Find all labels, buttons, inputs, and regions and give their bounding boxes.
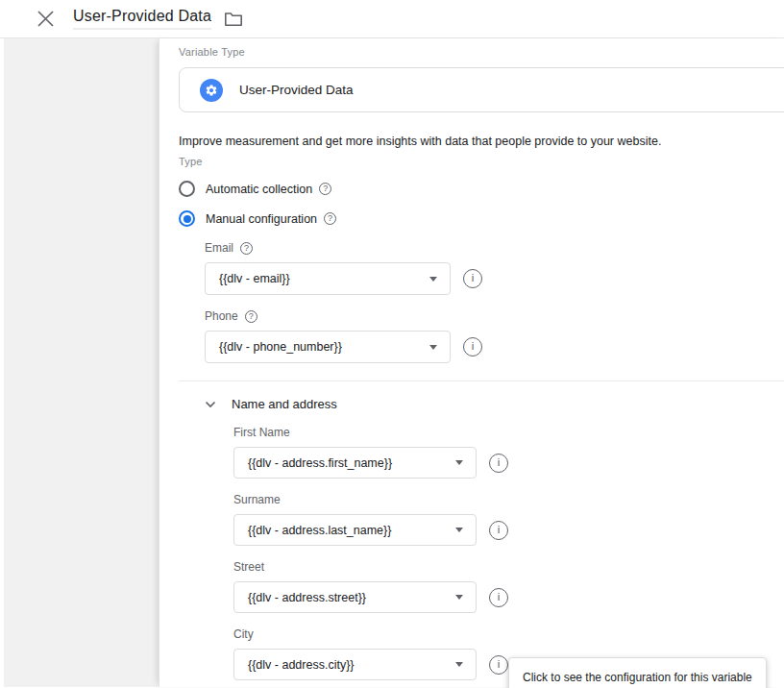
info-icon[interactable]: i [489, 454, 508, 473]
dropdown-arrow-icon [455, 460, 463, 465]
user-provided-data-icon [200, 79, 223, 102]
section-title: Name and address [232, 397, 337, 411]
dropdown-arrow-icon [455, 595, 463, 600]
phone-select-value: {{dlv - phone_number}} [219, 340, 342, 354]
variable-type-label: Variable Type [179, 46, 784, 58]
close-icon [37, 10, 55, 28]
dropdown-arrow-icon [429, 277, 437, 282]
help-icon[interactable]: ? [240, 242, 253, 255]
left-backdrop [4, 38, 159, 687]
info-icon[interactable]: i [489, 521, 508, 540]
email-label: Email [205, 241, 233, 255]
email-select-value: {{dlv - email}} [219, 272, 290, 285]
first-name-select-value: {{dlv - address.first_name}} [248, 456, 392, 470]
editor-body: Variable Type User-Provided Data Improve… [0, 38, 784, 687]
radio-option-manual-configuration[interactable]: Manual configuration ? [179, 210, 336, 227]
surname-label: Surname [233, 493, 281, 506]
phone-label: Phone [205, 309, 238, 323]
chevron-down-icon [205, 401, 216, 408]
city-label: City [233, 627, 254, 641]
surname-field: Surname {{dlv - address.last_name}} i [233, 493, 784, 546]
radio-option-automatic-collection[interactable]: Automatic collection ? [179, 181, 331, 197]
help-icon[interactable]: ? [319, 183, 331, 195]
type-label: Type [179, 156, 784, 167]
dropdown-arrow-icon [455, 528, 463, 532]
help-icon[interactable]: ? [324, 212, 336, 225]
name-address-section-toggle[interactable]: Name and address [205, 397, 337, 411]
folder-button[interactable] [222, 9, 245, 29]
variable-tooltip: Click to see the configuration for this … [508, 657, 767, 688]
street-select-value: {{dlv - address.street}} [248, 591, 366, 604]
info-icon[interactable]: i [489, 655, 508, 675]
close-button[interactable] [35, 8, 57, 30]
first-name-field: First Name {{dlv - address.first_name}} … [233, 426, 784, 479]
first-name-label: First Name [233, 426, 290, 439]
phone-field: Phone ? {{dlv - phone_number}} i [205, 309, 784, 363]
phone-select[interactable]: {{dlv - phone_number}} [205, 331, 451, 363]
variable-name-title[interactable]: User-Provided Data [73, 8, 211, 30]
surname-select-value: {{dlv - address.last_name}} [248, 524, 391, 537]
radio-selected-icon[interactable] [179, 210, 195, 227]
street-field: Street {{dlv - address.street}} i [233, 560, 784, 613]
variable-type-card[interactable]: User-Provided Data [179, 67, 784, 112]
street-label: Street [233, 560, 264, 574]
variable-type-value: User-Provided Data [239, 83, 354, 97]
radio-unselected-icon[interactable] [179, 181, 195, 197]
description-text: Improve measurement and get more insight… [179, 135, 784, 148]
info-icon[interactable]: i [463, 269, 482, 288]
gtm-variable-editor: User-Provided Data Variable Type User-Pr… [0, 0, 784, 688]
dropdown-arrow-icon [429, 345, 437, 350]
dropdown-arrow-icon [455, 662, 463, 667]
email-select[interactable]: {{dlv - email}} [205, 262, 451, 295]
variable-config-panel: Variable Type User-Provided Data Improve… [159, 38, 784, 687]
email-field: Email ? {{dlv - email}} i [205, 241, 784, 295]
section-divider [179, 381, 784, 381]
first-name-select[interactable]: {{dlv - address.first_name}} [233, 447, 477, 479]
folder-icon [224, 11, 243, 27]
city-select[interactable]: {{dlv - address.city}} [233, 649, 477, 680]
help-icon[interactable]: ? [245, 310, 257, 323]
editor-header: User-Provided Data [0, 0, 784, 38]
street-select[interactable]: {{dlv - address.street}} [233, 581, 477, 613]
surname-select[interactable]: {{dlv - address.last_name}} [233, 514, 477, 546]
city-select-value: {{dlv - address.city}} [248, 658, 354, 672]
info-icon[interactable]: i [463, 337, 482, 356]
info-icon[interactable]: i [489, 588, 508, 607]
radio-label: Manual configuration [206, 212, 317, 226]
radio-label: Automatic collection [206, 183, 312, 196]
